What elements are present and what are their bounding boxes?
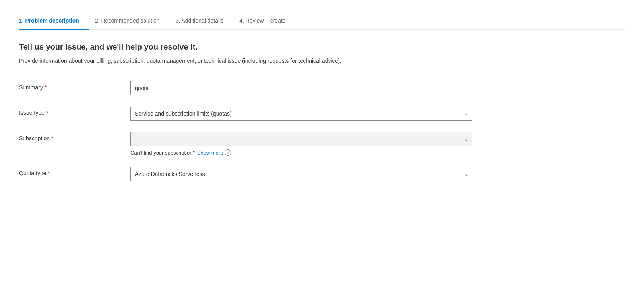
- show-more-link[interactable]: Show more: [197, 150, 223, 156]
- subscription-required: *: [51, 135, 53, 141]
- issue-type-required: *: [46, 110, 48, 116]
- issue-type-control-wrapper: Service and subscription limits (quotas)…: [130, 107, 472, 121]
- wizard-step-1[interactable]: 1. Problem description: [19, 13, 89, 29]
- issue-type-row: Issue type * Service and subscription li…: [19, 107, 625, 121]
- wizard-step-3[interactable]: 3. Additional details: [176, 13, 233, 29]
- summary-row: Summary *: [19, 81, 625, 95]
- subscription-row: Subscription * ⌄ Can't find your subscri…: [19, 132, 625, 156]
- page-title: Tell us your issue, and we'll help you r…: [19, 43, 625, 52]
- quota-type-select-wrapper: Azure Databricks Serverless ⌄: [130, 167, 472, 181]
- wizard-step-4[interactable]: 4. Review + create: [239, 13, 295, 29]
- issue-type-select[interactable]: Service and subscription limits (quotas)…: [130, 107, 472, 121]
- subscription-select-wrapper: ⌄: [130, 132, 472, 146]
- summary-label: Summary *: [19, 81, 130, 91]
- summary-required: *: [45, 84, 47, 91]
- wizard-step-2[interactable]: 2. Recommended solution: [95, 13, 169, 29]
- support-form: Summary * Issue type * Service and subsc…: [19, 81, 625, 181]
- cant-find-subscription-row: Can't find your subscription? Show more …: [130, 149, 472, 156]
- quota-type-control-wrapper: Azure Databricks Serverless ⌄: [130, 167, 472, 181]
- summary-input[interactable]: [130, 81, 472, 95]
- page-description: Provide information about your billing, …: [19, 56, 345, 65]
- quota-type-select[interactable]: Azure Databricks Serverless: [130, 167, 472, 181]
- quota-type-required: *: [48, 170, 50, 176]
- info-icon[interactable]: i: [225, 149, 231, 156]
- cant-find-text: Can't find your subscription?: [130, 150, 196, 156]
- quota-type-row: Quota type * Azure Databricks Serverless…: [19, 167, 625, 181]
- issue-type-select-wrapper: Service and subscription limits (quotas)…: [130, 107, 472, 121]
- subscription-select[interactable]: [130, 132, 472, 146]
- subscription-control-wrapper: ⌄ Can't find your subscription? Show mor…: [130, 132, 472, 156]
- wizard-nav: 1. Problem description 2. Recommended so…: [19, 13, 625, 30]
- subscription-label: Subscription *: [19, 132, 130, 141]
- summary-control-wrapper: [130, 81, 472, 95]
- quota-type-label: Quota type *: [19, 167, 130, 176]
- issue-type-label: Issue type *: [19, 107, 130, 116]
